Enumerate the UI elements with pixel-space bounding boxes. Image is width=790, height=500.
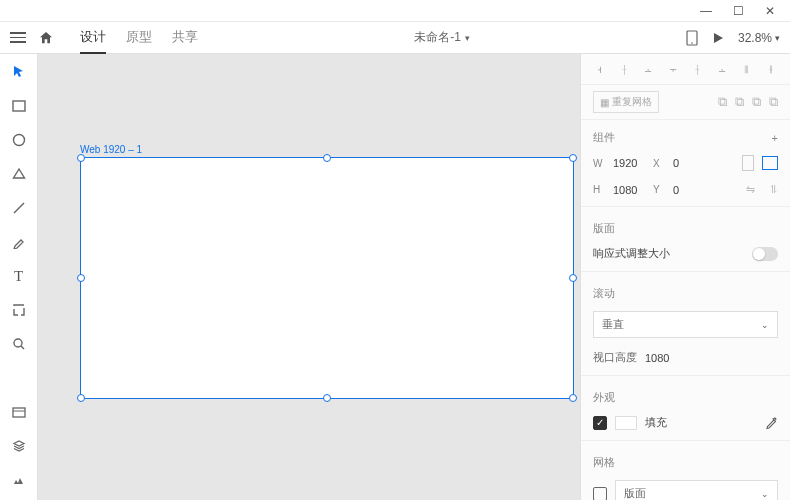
- assets-panel-icon[interactable]: [9, 402, 29, 422]
- height-label: H: [593, 184, 605, 195]
- zoom-value: 32.8%: [738, 31, 772, 45]
- orientation-landscape-icon[interactable]: [762, 156, 778, 170]
- zoom-tool[interactable]: [9, 334, 29, 354]
- artboard-label[interactable]: Web 1920 – 1: [80, 144, 142, 155]
- scroll-section-title: 滚动: [581, 276, 790, 305]
- repeat-grid-button[interactable]: ▦ 重复网格: [593, 91, 659, 113]
- resize-handle[interactable]: [77, 274, 85, 282]
- fill-label: 填充: [645, 415, 667, 430]
- svg-point-1: [691, 42, 693, 44]
- fill-color-swatch[interactable]: [615, 416, 637, 430]
- pen-tool[interactable]: [9, 232, 29, 252]
- document-name-label: 未命名-1: [414, 29, 461, 46]
- x-label: X: [653, 158, 665, 169]
- layout-section-title: 版面: [581, 211, 790, 240]
- plugins-panel-icon[interactable]: [9, 470, 29, 490]
- mode-tabs: 设计 原型 共享: [80, 22, 198, 54]
- flip-h-icon[interactable]: ⇋: [746, 183, 755, 196]
- boolean-subtract-icon[interactable]: ⧉: [735, 94, 744, 110]
- canvas-area[interactable]: Web 1920 – 1: [38, 54, 580, 500]
- align-center-h-icon[interactable]: ⟊: [617, 62, 631, 76]
- svg-rect-8: [13, 408, 25, 417]
- boolean-add-icon[interactable]: ⧉: [718, 94, 727, 110]
- responsive-toggle[interactable]: [752, 247, 778, 261]
- artboard-tool[interactable]: [9, 300, 29, 320]
- svg-point-3: [13, 135, 24, 146]
- grid-label: 网格: [593, 455, 615, 470]
- align-bottom-icon[interactable]: ⫠: [715, 62, 729, 76]
- scroll-direction-select[interactable]: 垂直 ⌄: [593, 311, 778, 338]
- svg-line-4: [14, 203, 24, 213]
- resize-handle[interactable]: [77, 154, 85, 162]
- document-name[interactable]: 未命名-1 ▾: [206, 29, 678, 46]
- tab-design[interactable]: 设计: [80, 22, 106, 54]
- zoom-control[interactable]: 32.8% ▾: [738, 31, 780, 45]
- text-tool[interactable]: T: [9, 266, 29, 286]
- distribute-v-icon[interactable]: ⫲: [764, 62, 778, 76]
- chevron-down-icon: ▾: [465, 33, 470, 43]
- align-right-icon[interactable]: ⫠: [642, 62, 656, 76]
- grid-section-title: 网格: [581, 445, 790, 474]
- responsive-resize-label: 响应式调整大小: [593, 246, 670, 261]
- flip-v-icon[interactable]: ⥮: [769, 183, 778, 196]
- artboard[interactable]: [80, 157, 574, 399]
- width-value[interactable]: 1920: [613, 157, 645, 169]
- orientation-portrait-icon[interactable]: [742, 155, 754, 171]
- fill-checkbox[interactable]: ✓: [593, 416, 607, 430]
- height-value[interactable]: 1080: [613, 184, 645, 196]
- scroll-direction-value: 垂直: [602, 317, 624, 332]
- svg-point-6: [14, 339, 22, 347]
- window-minimize-button[interactable]: —: [690, 1, 722, 21]
- resize-handle[interactable]: [569, 154, 577, 162]
- layout-label: 版面: [593, 221, 615, 236]
- resize-handle[interactable]: [77, 394, 85, 402]
- y-value[interactable]: 0: [673, 184, 705, 196]
- home-icon[interactable]: [38, 30, 54, 46]
- tool-sidebar: T: [0, 54, 38, 500]
- appearance-section-title: 外观: [581, 380, 790, 409]
- tab-share[interactable]: 共享: [172, 22, 198, 54]
- distribute-h-icon[interactable]: ⫴: [740, 62, 754, 76]
- fill-row: ✓ 填充: [581, 409, 790, 436]
- viewport-row: 视口高度 1080: [581, 344, 790, 371]
- appearance-label: 外观: [593, 390, 615, 405]
- window-maximize-button[interactable]: ☐: [722, 1, 754, 21]
- window-close-button[interactable]: ✕: [754, 1, 786, 21]
- x-value[interactable]: 0: [673, 157, 705, 169]
- resize-handle[interactable]: [569, 394, 577, 402]
- viewport-height-value[interactable]: 1080: [645, 352, 669, 364]
- viewport-height-label: 视口高度: [593, 350, 637, 365]
- align-top-icon[interactable]: ⫟: [666, 62, 680, 76]
- resize-handle[interactable]: [323, 154, 331, 162]
- chevron-down-icon: ▾: [775, 33, 780, 43]
- ellipse-tool[interactable]: [9, 130, 29, 150]
- align-left-icon[interactable]: ⫞: [593, 62, 607, 76]
- svg-line-7: [21, 346, 24, 349]
- repeat-grid-label: 重复网格: [612, 95, 652, 109]
- boolean-intersect-icon[interactable]: ⧉: [752, 94, 761, 110]
- resize-handle[interactable]: [569, 274, 577, 282]
- add-component-icon[interactable]: +: [772, 132, 778, 144]
- polygon-tool[interactable]: [9, 164, 29, 184]
- select-tool[interactable]: [9, 62, 29, 82]
- tab-prototype[interactable]: 原型: [126, 22, 152, 54]
- svg-rect-5: [14, 305, 24, 315]
- y-label: Y: [653, 184, 665, 195]
- grid-checkbox[interactable]: [593, 487, 607, 501]
- rectangle-tool[interactable]: [9, 96, 29, 116]
- line-tool[interactable]: [9, 198, 29, 218]
- boolean-exclude-icon[interactable]: ⧉: [769, 94, 778, 110]
- chevron-down-icon: ⌄: [761, 489, 769, 499]
- svg-rect-2: [13, 101, 25, 111]
- scroll-label: 滚动: [593, 286, 615, 301]
- dimension-row-2: H 1080 Y 0 ⇋ ⥮: [581, 177, 790, 202]
- grid-type-select[interactable]: 版面 ⌄: [615, 480, 778, 500]
- resize-handle[interactable]: [323, 394, 331, 402]
- device-preview-icon[interactable]: [686, 30, 698, 46]
- grid-type-value: 版面: [624, 486, 646, 500]
- layers-panel-icon[interactable]: [9, 436, 29, 456]
- eyedropper-icon[interactable]: [764, 416, 778, 430]
- align-center-v-icon[interactable]: ⟊: [691, 62, 705, 76]
- play-preview-icon[interactable]: [712, 32, 724, 44]
- menu-icon[interactable]: [10, 32, 30, 43]
